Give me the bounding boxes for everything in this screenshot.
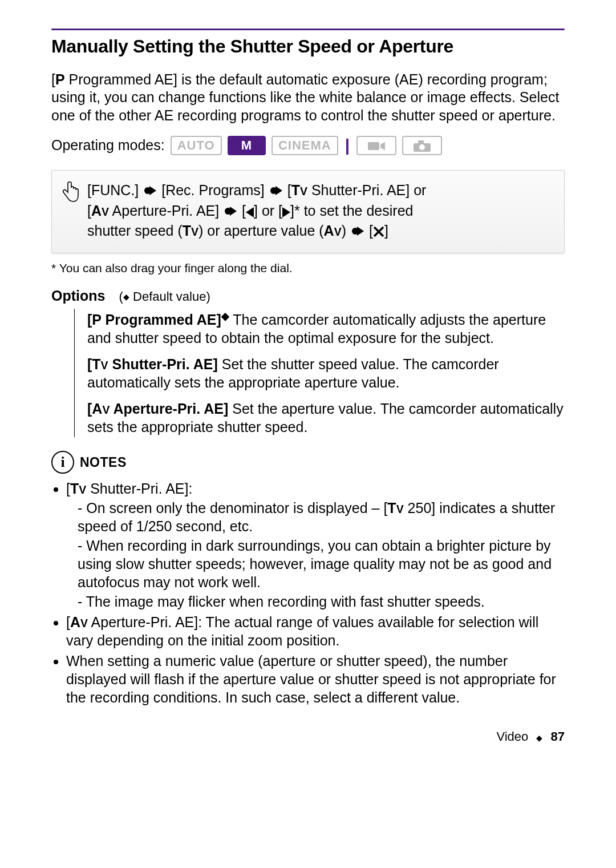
options-label: Options [51,288,105,304]
step-arrow-icon [144,182,156,201]
option-tv: [TV Shutter-Pri. AE] Set the shutter spe… [87,355,565,391]
opt-p-title: Programmed AE] [102,312,221,328]
options-header: Options (◆ Default value) [51,288,565,304]
or-text: ] or [ [254,203,282,219]
tv-glyph: TV [387,500,403,516]
operating-modes-label: Operating modes: [51,137,165,154]
step-arrow-icon [351,223,364,242]
mode-divider: | [344,136,351,155]
note-tv-sublist: On screen only the denominator is displa… [66,499,565,611]
intro-paragraph: [P Programmed AE] is the default automat… [51,71,565,124]
func-label: [FUNC.] [87,182,139,198]
set-desired: ]* to set the desired [290,203,413,219]
tv-glyph: TV [291,182,307,198]
tv-glyph: TV [183,223,198,239]
svg-marker-6 [149,186,156,195]
step-arrow-icon [270,182,282,201]
svg-rect-0 [368,142,379,150]
av-glyph: AV [70,614,88,630]
svg-point-4 [419,144,425,150]
touch-icon [60,181,79,243]
line3-pre: shutter speed ( [87,223,183,239]
note-tv-sub2: When recording in dark surroundings, you… [78,536,565,591]
close-bracket: ] [384,223,388,239]
bracket: [ [51,71,55,87]
notes-list: [TV Shutter-Pri. AE]: On screen only the… [51,479,565,706]
tv-glyph: TV [92,356,108,372]
note-tv-sub3: The image may flicker when recording wit… [78,592,565,611]
mode-video-box [356,136,396,155]
operating-modes-row: Operating modes: AUTO M CINEMA | [51,136,565,155]
intro-text: Programmed AE] is the default automatic … [51,71,559,123]
notes-header: i NOTES [51,451,565,474]
options-default-text: Default value) [129,289,210,304]
option-av: [AV Aperture-Pri. AE] Set the aperture v… [87,399,565,436]
page-footer: Video ◆ 87 [51,729,565,744]
options-block: [P Programmed AE]◆ The camcorder automat… [74,309,565,437]
av-label: Aperture-Pri. AE] [109,203,219,219]
note-tv-sub1: On screen only the denominator is displa… [78,499,565,535]
av-glyph: AV [92,401,110,417]
tv-glyph: TV [70,481,86,496]
line3-mid: ) or aperture value ( [198,223,324,239]
opt-tv-title: Shutter-Pri. AE] [108,356,218,372]
option-p: [P Programmed AE]◆ The camcorder automat… [87,310,565,347]
page-heading: Manually Setting the Shutter Speed or Ap… [51,36,565,57]
procedure-text: [FUNC.] [Rec. Programs] [TV Shutter-Pri.… [87,181,426,243]
p-mode-glyph: P [92,312,101,328]
p-mode-glyph: P [55,71,65,87]
mode-auto-box: AUTO [171,136,222,155]
page-number: 87 [551,729,565,744]
manual-page: Manually Setting the Shutter Speed or Ap… [0,0,616,767]
heading-rule [51,29,565,30]
diamond-icon: ◆ [532,733,547,742]
mode-m-box: M [228,136,266,155]
av-glyph: AV [91,203,109,219]
video-camera-icon [368,140,385,152]
opt-av-title: Aperture-Pri. AE] [110,401,228,417]
photo-camera-icon [414,140,431,152]
diamond-icon: ◆ [123,292,129,301]
note-av: [AV Aperture-Pri. AE]: The actual range … [66,613,565,649]
svg-marker-12 [357,227,364,236]
notes-label: NOTES [80,455,127,470]
procedure-box: [FUNC.] [Rec. Programs] [TV Shutter-Pri.… [51,170,565,253]
svg-marker-1 [380,142,385,150]
close-paren: ) [342,223,346,239]
close-x-icon [373,223,384,243]
footer-section: Video [496,729,528,744]
rec-programs-label: [Rec. Programs] [161,182,265,198]
bracket: [ [87,203,91,219]
footnote: * You can also drag your finger along th… [51,261,565,275]
note-numeric: When setting a numeric value (aperture o… [66,652,565,706]
left-arrow-icon [246,207,254,217]
mode-photo-box [402,136,442,155]
default-open: ( [119,289,123,304]
diamond-icon: ◆ [221,310,229,322]
svg-rect-3 [418,140,424,144]
mode-cinema-box: CINEMA [271,136,338,155]
step-arrow-icon [224,203,237,222]
av-glyph: AV [324,223,342,239]
svg-marker-8 [275,186,282,195]
note-tv-intro: Shutter-Pri. AE]: [86,481,192,496]
right-arrow-icon [282,207,290,217]
tv-label: Shutter-Pri. AE] or [307,182,426,198]
svg-marker-10 [230,207,237,216]
note-tv: [TV Shutter-Pri. AE]: On screen only the… [66,479,565,611]
hand-pointer-icon [60,181,79,206]
info-icon: i [51,451,74,474]
